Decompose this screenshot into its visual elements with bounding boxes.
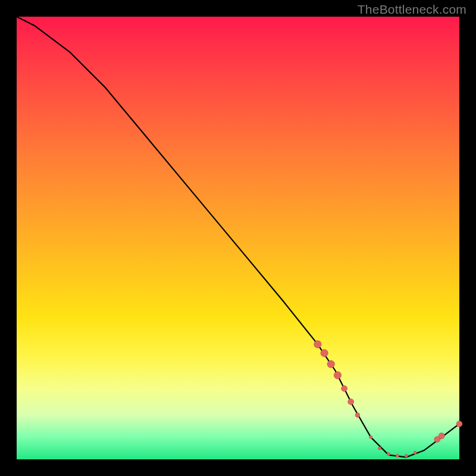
data-marker [348,399,354,405]
marker-group [314,340,462,457]
bottleneck-curve [17,17,459,457]
data-marker [378,447,381,450]
data-marker [439,433,444,439]
plot-area [17,17,459,459]
data-marker [314,340,321,347]
chart-container: TheBottleneck.com [0,0,476,476]
data-marker [456,421,462,427]
data-marker [342,386,347,392]
data-marker [355,413,360,418]
data-marker [321,349,328,356]
data-marker [387,453,390,456]
data-marker [369,436,372,439]
data-marker [334,371,341,378]
data-marker [405,454,408,457]
curve-svg [17,17,459,459]
data-marker [327,361,334,368]
data-marker [414,451,416,454]
watermark-text: TheBottleneck.com [358,2,466,17]
data-marker [396,454,399,457]
